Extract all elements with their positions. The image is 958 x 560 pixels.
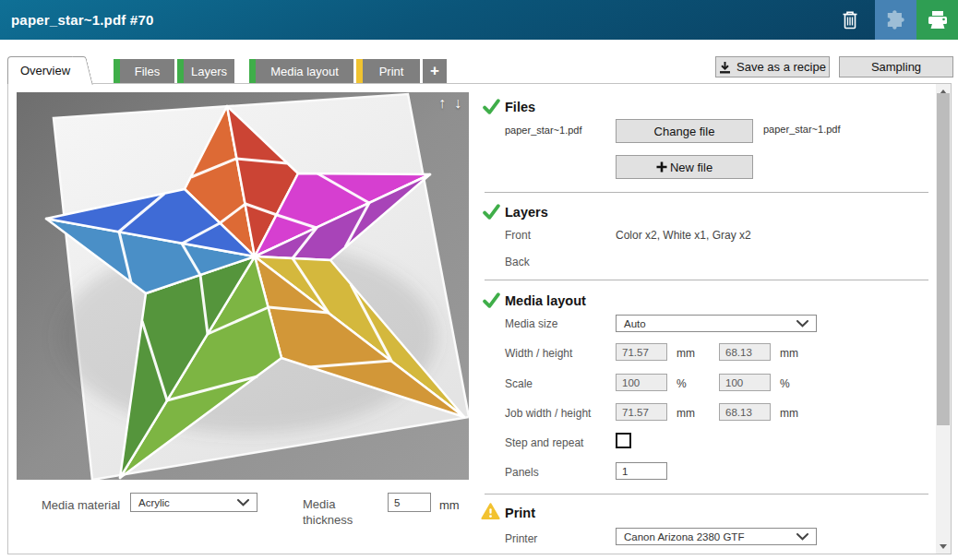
chevron-down-icon	[237, 499, 249, 506]
section-divider	[485, 280, 928, 280]
step-and-repeat-checkbox[interactable]	[616, 433, 631, 448]
vertical-scrollbar	[936, 84, 951, 554]
media-thickness-label: Media thickness	[303, 496, 362, 528]
step-and-repeat-label: Step and repeat	[505, 436, 583, 449]
tab-print-status-indicator	[356, 59, 363, 83]
files-current-file-label: paper_star~1.pdf	[505, 125, 581, 136]
media-layout-ok-check-icon	[483, 292, 500, 309]
scale-x-input	[616, 374, 667, 391]
print-button[interactable]	[916, 0, 958, 40]
move-down-arrow-icon[interactable]: ↓	[454, 95, 461, 112]
new-file-label: New file	[670, 161, 713, 174]
preview-move-controls: ↑ ↓	[438, 95, 461, 112]
tab-print-label: Print	[379, 65, 404, 78]
change-file-button[interactable]: Change file	[616, 119, 753, 143]
media-thickness-unit: mm	[439, 498, 460, 512]
tab-layers-label: Layers	[191, 65, 227, 78]
tab-media-layout-label: Media layout	[270, 65, 339, 78]
trash-icon	[840, 9, 860, 31]
tab-media-layout-status-indicator	[249, 59, 256, 83]
media-layout-heading: Media layout	[505, 293, 586, 308]
scale-x-unit: %	[677, 377, 687, 390]
save-as-recipe-button[interactable]: Save as a recipe	[715, 56, 830, 77]
print-heading: Print	[505, 506, 535, 520]
tab-files-status-indicator	[114, 59, 120, 83]
scroll-down-arrow-icon	[940, 544, 947, 549]
media-size-value: Auto	[624, 318, 646, 329]
files-heading: Files	[505, 100, 535, 114]
chevron-down-icon	[796, 320, 808, 328]
front-label: Front	[505, 229, 531, 242]
change-file-label: Change file	[654, 125, 715, 138]
files-ok-check-icon	[483, 98, 500, 115]
job-height-input	[719, 403, 771, 421]
front-layers-value: Color x2, White x1, Gray x2	[616, 229, 751, 242]
section-divider	[485, 192, 928, 193]
job-height-unit: mm	[780, 407, 798, 420]
move-up-arrow-icon[interactable]: ↑	[438, 95, 446, 112]
height-unit: mm	[780, 347, 798, 360]
width-input	[616, 343, 667, 361]
layers-heading: Layers	[505, 205, 548, 220]
media-size-label: Media size	[505, 317, 557, 330]
media-thickness-input[interactable]	[388, 493, 431, 512]
scale-y-unit: %	[780, 377, 790, 390]
section-divider	[485, 494, 928, 494]
sampling-button[interactable]: Sampling	[839, 56, 953, 77]
tab-add[interactable]: +	[423, 59, 447, 83]
title-bar: paper_star~1.pdf #70	[0, 0, 958, 40]
tab-files[interactable]: Files	[114, 59, 174, 83]
sampling-label: Sampling	[871, 60, 921, 74]
puzzle-icon	[884, 8, 908, 32]
tab-print[interactable]: Print	[356, 59, 420, 83]
layers-ok-check-icon	[483, 203, 500, 220]
job-width-height-label: Job width / height	[505, 407, 591, 420]
tab-layers-status-indicator	[177, 59, 184, 83]
tab-media-layout[interactable]: Media layout	[249, 59, 353, 83]
file-name-text: paper_star~1.pdf	[763, 124, 840, 135]
job-width-unit: mm	[677, 407, 695, 420]
job-3d-preview[interactable]: ↑ ↓	[17, 92, 469, 480]
media-material-label: Media material	[42, 498, 120, 512]
panels-label: Panels	[505, 466, 539, 479]
media-material-dropdown[interactable]: Acrylic	[130, 493, 257, 512]
job-width-input	[616, 403, 667, 421]
tab-layers[interactable]: Layers	[177, 59, 234, 83]
width-unit: mm	[677, 347, 695, 360]
back-label: Back	[505, 256, 530, 268]
height-input	[719, 343, 771, 361]
download-icon	[719, 61, 731, 74]
media-material-value: Acrylic	[138, 497, 170, 508]
job-title: paper_star~1.pdf #70	[11, 0, 154, 40]
scale-y-input	[719, 374, 771, 391]
chevron-down-icon	[796, 533, 808, 541]
tab-overview-label: Overview	[20, 64, 70, 77]
media-size-dropdown[interactable]: Auto	[616, 315, 817, 332]
scroll-down-button[interactable]	[936, 539, 951, 554]
plugin-button[interactable]	[875, 0, 916, 40]
scale-label: Scale	[505, 377, 533, 390]
tab-overview[interactable]: Overview	[7, 56, 83, 84]
printer-value: Canon Arizona 2380 GTF	[624, 531, 744, 542]
print-warning-icon	[481, 503, 500, 520]
printer-label: Printer	[505, 532, 537, 545]
tab-files-label: Files	[135, 65, 160, 78]
panels-input[interactable]	[616, 462, 667, 480]
plus-icon	[656, 161, 667, 173]
star-render	[17, 92, 469, 480]
new-file-button[interactable]: New file	[616, 155, 753, 179]
printer-dropdown[interactable]: Canon Arizona 2380 GTF	[616, 528, 817, 545]
save-as-recipe-label: Save as a recipe	[736, 60, 826, 74]
plus-icon: +	[430, 62, 439, 80]
width-height-label: Width / height	[505, 347, 572, 360]
scrollbar-thumb[interactable]	[937, 93, 950, 425]
printer-icon	[926, 9, 950, 31]
delete-job-button[interactable]	[829, 0, 871, 40]
